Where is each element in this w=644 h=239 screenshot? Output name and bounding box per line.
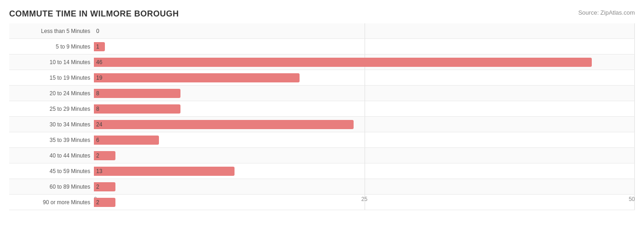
bar-label: 10 to 14 Minutes xyxy=(9,59,94,65)
source-text: Source: ZipAtlas.com xyxy=(578,9,635,16)
bar-fill: 6 xyxy=(94,136,159,145)
bar-fill: 2 xyxy=(94,182,115,191)
bar-fill: 46 xyxy=(94,58,592,67)
bar-label: 45 to 59 Minutes xyxy=(9,168,94,174)
bar-fill: 8 xyxy=(94,104,180,114)
bar-value: 13 xyxy=(96,168,102,174)
table-row: 20 to 24 Minutes8 xyxy=(9,86,635,101)
chart-area: Less than 5 Minutes05 to 9 Minutes110 to… xyxy=(9,23,635,207)
chart-container: COMMUTE TIME IN WILMORE BOROUGH Source: … xyxy=(0,0,644,239)
bar-track: 19 xyxy=(94,70,635,85)
bar-value: 2 xyxy=(96,199,99,206)
bar-label: 15 to 19 Minutes xyxy=(9,75,94,81)
bar-value: 0 xyxy=(96,28,99,34)
bar-label: 20 to 24 Minutes xyxy=(9,90,94,97)
bar-fill: 19 xyxy=(94,73,300,82)
bar-track: 0 xyxy=(94,23,635,38)
table-row: 30 to 34 Minutes24 xyxy=(9,117,635,132)
bar-value: 24 xyxy=(96,121,102,128)
bar-label: 25 to 29 Minutes xyxy=(9,106,94,112)
bar-value: 46 xyxy=(96,59,102,65)
bar-fill: 2 xyxy=(94,151,115,160)
bar-track: 8 xyxy=(94,86,635,101)
table-row: 90 or more Minutes2 xyxy=(9,195,635,210)
chart-title: COMMUTE TIME IN WILMORE BOROUGH xyxy=(9,9,635,19)
bar-label: 35 to 39 Minutes xyxy=(9,137,94,143)
table-row: Less than 5 Minutes0 xyxy=(9,23,635,39)
table-row: 35 to 39 Minutes6 xyxy=(9,132,635,148)
bar-label: 60 to 89 Minutes xyxy=(9,184,94,190)
bar-label: 40 to 44 Minutes xyxy=(9,152,94,159)
bar-track: 8 xyxy=(94,101,635,116)
bar-value: 6 xyxy=(96,137,99,143)
table-row: 15 to 19 Minutes19 xyxy=(9,70,635,86)
bar-fill: 24 xyxy=(94,120,354,129)
table-row: 25 to 29 Minutes8 xyxy=(9,101,635,117)
table-row: 10 to 14 Minutes46 xyxy=(9,54,635,70)
bar-value: 8 xyxy=(96,106,99,112)
bar-track: 6 xyxy=(94,132,635,147)
x-axis-label: 50 xyxy=(629,196,635,202)
bar-label: Less than 5 Minutes xyxy=(9,28,94,34)
bar-value: 2 xyxy=(96,184,99,190)
bar-fill: 2 xyxy=(94,198,115,207)
bar-track: 1 xyxy=(94,39,635,54)
table-row: 60 to 89 Minutes2 xyxy=(9,179,635,195)
bar-value: 2 xyxy=(96,152,99,159)
table-row: 5 to 9 Minutes1 xyxy=(9,39,635,54)
bar-fill: 1 xyxy=(94,42,105,51)
bar-value: 1 xyxy=(96,43,99,50)
bar-track: 2 xyxy=(94,179,635,194)
bar-fill: 8 xyxy=(94,89,180,98)
x-axis-label: 25 xyxy=(361,196,367,202)
bar-fill: 13 xyxy=(94,167,235,176)
bar-track: 24 xyxy=(94,117,635,132)
table-row: 40 to 44 Minutes2 xyxy=(9,148,635,163)
bar-label: 5 to 9 Minutes xyxy=(9,43,94,50)
table-row: 45 to 59 Minutes13 xyxy=(9,163,635,179)
bars-section: Less than 5 Minutes05 to 9 Minutes110 to… xyxy=(9,23,635,194)
bar-track: 46 xyxy=(94,54,635,70)
bar-label: 30 to 34 Minutes xyxy=(9,121,94,128)
bar-track: 13 xyxy=(94,163,635,179)
bar-value: 8 xyxy=(96,90,99,97)
bar-track: 2 xyxy=(94,148,635,163)
bar-value: 19 xyxy=(96,75,102,81)
bar-label: 90 or more Minutes xyxy=(9,199,94,206)
